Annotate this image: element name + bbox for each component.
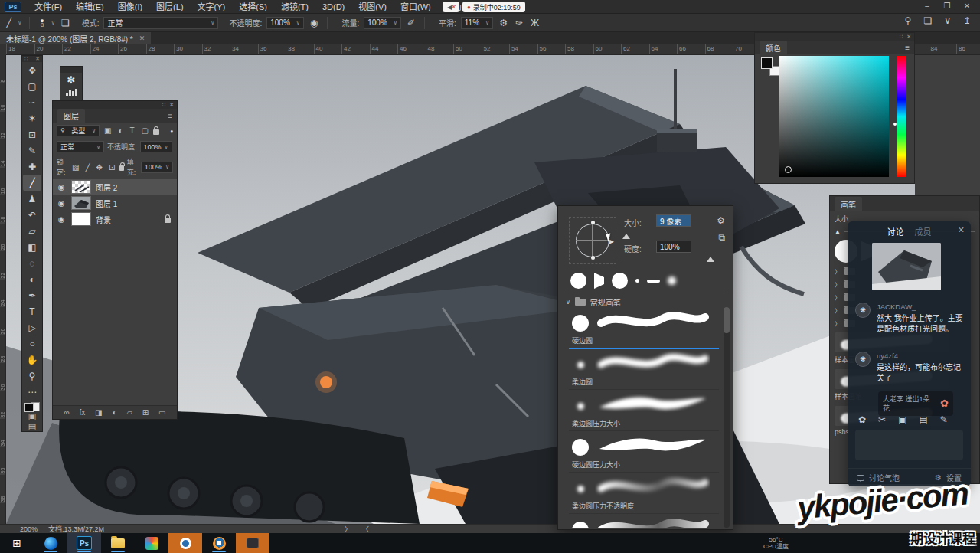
close-icon[interactable]: ✕ — [169, 102, 174, 108]
foreground-color-swatch[interactable] — [761, 57, 773, 69]
toggle-brush-panel-icon[interactable]: ❏ — [60, 18, 71, 28]
menu-item[interactable]: 图像(I) — [111, 0, 149, 14]
flower-icon[interactable]: ✿ — [858, 414, 866, 425]
flow-select[interactable]: 100%∨ — [364, 17, 401, 29]
close-button[interactable]: ✕ — [957, 0, 977, 13]
close-icon[interactable]: ✕ — [958, 225, 965, 235]
hand-tool[interactable]: ✋ — [23, 352, 41, 368]
taskbar-clock-app[interactable] — [168, 533, 202, 553]
eyedropper-tool[interactable]: ✎ — [23, 142, 41, 159]
brush-item[interactable]: 柔边圆压力不透明度 — [569, 473, 719, 514]
layer-row-1[interactable]: ◉ 图层 1 — [53, 195, 177, 211]
drag-handle-icon[interactable]: ∷ — [24, 56, 28, 62]
hardness-slider[interactable] — [624, 260, 714, 260]
move-tool[interactable]: ✥ — [23, 62, 41, 78]
brush-item[interactable]: 柔边圆 — [569, 348, 719, 390]
layer-opacity-select[interactable]: 100%∨ — [140, 141, 172, 152]
edit-toolbar-button[interactable]: ⋯ — [23, 384, 41, 400]
delete-layer-icon[interactable]: ▭ — [158, 408, 165, 417]
chat-input[interactable] — [855, 430, 963, 460]
visibility-eye-icon[interactable]: ◉ — [56, 199, 67, 208]
filter-type-icon[interactable]: T — [129, 126, 136, 135]
lock-move-icon[interactable]: ✥ — [95, 163, 104, 172]
tab-discussion[interactable]: 讨论 — [887, 225, 904, 237]
bubble-toggle[interactable]: 讨论气泡 — [869, 472, 900, 483]
workspace-icon[interactable]: ❏ — [922, 15, 933, 26]
color-swatches[interactable] — [761, 57, 779, 76]
username[interactable]: JACKDAW_ — [877, 303, 964, 311]
brush-tool-icon[interactable]: ╱ — [5, 18, 13, 28]
visibility-eye-icon[interactable]: ◉ — [56, 183, 67, 191]
close-icon[interactable]: ✕ — [906, 34, 911, 40]
gradient-tool[interactable]: ◧ — [23, 239, 41, 255]
taskbar-color-app[interactable] — [135, 533, 168, 553]
menu-item[interactable]: 3D(D) — [315, 0, 351, 14]
brush-settings-icon[interactable]: ✻ — [67, 73, 76, 88]
brush-item[interactable]: 硬边圆压力不透明度 — [569, 514, 719, 528]
menu-item[interactable]: 图层(L) — [149, 0, 190, 14]
collapse-icon[interactable]: ∷ — [900, 34, 903, 40]
taskbar-orange-app[interactable] — [236, 533, 270, 553]
tab-color[interactable]: 颜色 — [760, 41, 787, 55]
dodge-tool[interactable]: ◐ — [23, 271, 41, 287]
layer-name[interactable]: 图层 2 — [96, 182, 174, 193]
screen-mode-button[interactable]: ▤ — [23, 421, 41, 431]
shared-image-thumbnail[interactable] — [872, 243, 941, 290]
tab-brushes[interactable]: 画笔 — [835, 197, 862, 211]
menu-item[interactable]: 窗口(W) — [394, 0, 438, 14]
restore-button[interactable]: ❐ — [937, 0, 957, 13]
recent-brush-soft[interactable] — [668, 276, 676, 285]
image-icon[interactable]: ▣ — [898, 414, 906, 425]
marquee-tool[interactable]: ▢ — [23, 78, 41, 94]
menu-item[interactable]: 文件(F) — [28, 0, 69, 14]
search-icon[interactable]: ⚲ — [903, 15, 913, 26]
size-slider-handle[interactable] — [622, 234, 630, 239]
avatar[interactable]: ❋ — [855, 303, 871, 318]
histogram-icon[interactable] — [66, 88, 77, 96]
menu-item[interactable]: 滤镜(T) — [274, 0, 315, 14]
shape-tool[interactable]: ○ — [23, 335, 41, 352]
pen-tool[interactable]: ✒ — [23, 287, 41, 303]
avatar[interactable]: ❋ — [855, 352, 871, 367]
tab-layers[interactable]: 图层 — [57, 109, 85, 123]
workspace-caret-icon[interactable]: ∨ — [942, 15, 952, 26]
blend-mode-select[interactable]: 正常∨ — [103, 17, 218, 29]
recent-brush-flat-small[interactable] — [647, 280, 660, 283]
card-icon[interactable]: ▤ — [919, 414, 927, 425]
settings-button[interactable]: 设置 — [946, 472, 962, 483]
menu-item[interactable]: 选择(S) — [232, 0, 274, 14]
tool-caret-icon[interactable]: ∨ — [18, 20, 21, 26]
filter-lock-icon[interactable] — [153, 129, 159, 135]
mute-chip[interactable]: ✕ — [443, 2, 459, 12]
cpu-temperature-widget[interactable]: 56°C CPU温度 — [763, 533, 789, 553]
size-slider[interactable] — [624, 237, 714, 237]
lock-paint-icon[interactable]: ╱ — [84, 163, 92, 172]
foreground-background-swatches[interactable] — [24, 403, 40, 411]
start-button[interactable]: ⊞ — [0, 533, 34, 553]
close-icon[interactable]: ✕ — [35, 56, 40, 62]
hardness-slider-handle[interactable] — [707, 257, 714, 262]
layer-thumbnail[interactable] — [71, 196, 91, 210]
scrollbar[interactable] — [724, 307, 730, 528]
visibility-eye-icon[interactable]: ◉ — [56, 215, 67, 224]
layer-name[interactable]: 图层 1 — [96, 198, 174, 209]
brush-item[interactable]: 柔边圆压力大小 — [569, 390, 719, 431]
collapse-icon[interactable]: ∷ — [162, 102, 165, 108]
quick-mask-button[interactable]: ▣ — [23, 411, 41, 421]
layer-group-icon[interactable]: ▱ — [126, 408, 132, 417]
smoothing-select[interactable]: 11%∨ — [461, 17, 493, 29]
blur-tool[interactable]: ◌ — [23, 255, 41, 271]
panel-menu-icon[interactable]: ≡ — [168, 112, 172, 120]
healing-brush-tool[interactable]: ✚ — [23, 159, 41, 175]
taskbar-edge[interactable] — [34, 533, 67, 553]
magic-wand-tool[interactable]: ✶ — [23, 110, 41, 126]
adjustment-layer-icon[interactable]: ◐ — [112, 408, 116, 417]
new-layer-icon[interactable]: ⊞ — [142, 408, 149, 417]
pressure-opacity-icon[interactable]: ◉ — [309, 18, 319, 28]
lock-transparent-icon[interactable]: ▨ — [70, 163, 80, 172]
link-layers-icon[interactable]: ∞ — [64, 408, 69, 417]
zoom-tool[interactable]: ⚲ — [23, 368, 41, 384]
recent-brush-flat[interactable] — [594, 273, 604, 289]
recent-brush-small[interactable] — [635, 279, 639, 283]
vertical-ruler[interactable]: 810121416182022242628303234363840 — [0, 55, 6, 524]
